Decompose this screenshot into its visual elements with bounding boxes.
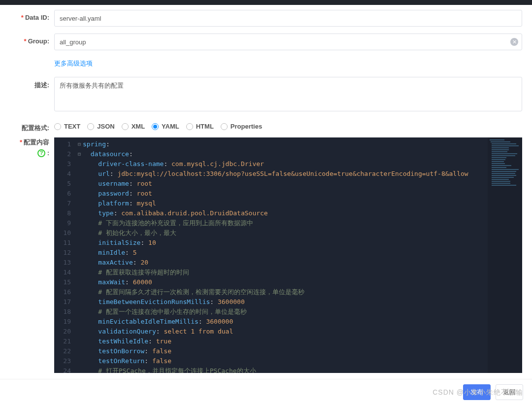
svg-rect-15 xyxy=(492,169,519,170)
svg-rect-12 xyxy=(492,163,505,164)
back-button[interactable]: 返回 xyxy=(496,384,523,400)
advanced-options-link[interactable]: 更多高级选项 xyxy=(54,57,93,70)
publish-button[interactable]: 发布 xyxy=(463,384,491,400)
label-group: *Group: xyxy=(10,34,54,45)
svg-rect-6 xyxy=(492,151,507,152)
svg-rect-18 xyxy=(492,175,516,176)
desc-input[interactable]: 所有微服务共有的配置 xyxy=(54,77,522,111)
footer: 发布 返回 xyxy=(0,379,532,403)
svg-rect-8 xyxy=(492,155,515,156)
code-editor[interactable]: 123456789101112131415161718192021222324 … xyxy=(54,137,522,373)
svg-rect-16 xyxy=(492,171,516,172)
format-radio-html[interactable]: HTML xyxy=(186,123,214,130)
label-content: *配置内容 ? : xyxy=(10,137,54,158)
format-radio-json[interactable]: JSON xyxy=(87,123,114,130)
label-format: 配置格式: xyxy=(10,120,54,133)
format-radio-yaml[interactable]: YAML xyxy=(152,123,179,130)
svg-rect-10 xyxy=(492,159,505,160)
svg-rect-20 xyxy=(492,179,509,180)
format-radio-text[interactable]: TEXT xyxy=(54,123,80,130)
format-radio-properties[interactable]: Properties xyxy=(221,123,262,130)
svg-rect-3 xyxy=(492,145,519,146)
label-desc: 描述: xyxy=(10,77,54,90)
editor-gutter: 123456789101112131415161718192021222324 xyxy=(54,137,76,373)
clear-icon[interactable]: ✕ xyxy=(510,38,518,46)
svg-rect-2 xyxy=(492,143,516,144)
svg-rect-19 xyxy=(492,177,514,178)
editor-minimap[interactable] xyxy=(488,137,522,373)
svg-rect-9 xyxy=(492,157,506,158)
editor-code[interactable]: spring: datasource: driver-class-name: c… xyxy=(83,137,468,373)
format-radio-group: TEXTJSONXMLYAMLHTMLProperties xyxy=(54,120,522,130)
svg-rect-14 xyxy=(492,167,506,168)
svg-rect-22 xyxy=(492,183,510,184)
config-form: *Data ID: *Group: ✕ 更多高级选项 描述: 所有微服务共有的配… xyxy=(0,5,532,373)
help-icon[interactable]: ? xyxy=(37,149,45,157)
svg-rect-4 xyxy=(492,147,509,148)
svg-rect-0 xyxy=(490,139,504,140)
title-bar xyxy=(0,0,532,5)
format-radio-xml[interactable]: XML xyxy=(122,123,145,130)
editor-fold-column: ⊟⊟ xyxy=(76,137,83,373)
group-input[interactable] xyxy=(54,34,522,50)
svg-rect-21 xyxy=(492,181,510,182)
svg-rect-17 xyxy=(492,173,515,174)
data-id-input[interactable] xyxy=(54,10,522,27)
svg-rect-23 xyxy=(492,185,516,186)
svg-rect-13 xyxy=(492,165,511,166)
label-data-id: *Data ID: xyxy=(10,10,54,21)
svg-rect-1 xyxy=(491,141,510,142)
svg-rect-11 xyxy=(492,161,504,162)
svg-rect-7 xyxy=(492,153,517,154)
svg-rect-5 xyxy=(492,149,509,150)
